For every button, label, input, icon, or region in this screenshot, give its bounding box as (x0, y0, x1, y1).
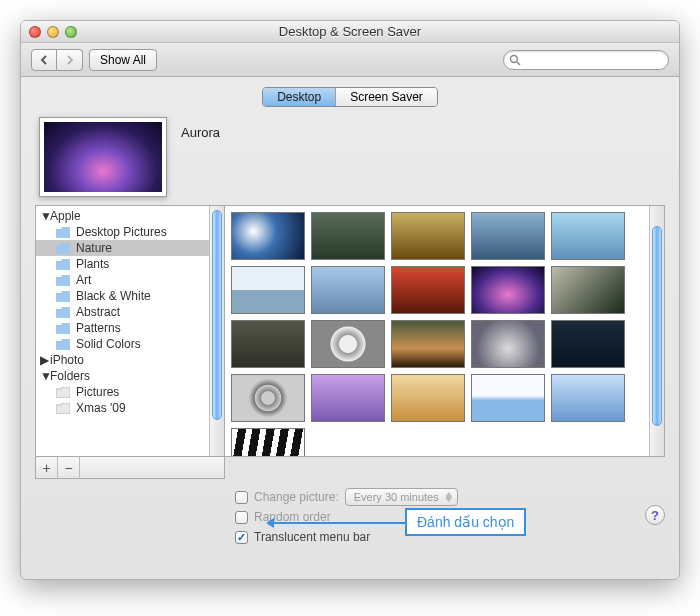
grid-scrollbar[interactable] (649, 206, 664, 456)
sidebar-item-label: Plants (76, 257, 109, 271)
folder-icon (56, 403, 70, 414)
wallpaper-thumb[interactable] (391, 320, 465, 368)
remove-folder-button[interactable]: − (58, 457, 80, 478)
tabbar: Desktop Screen Saver (35, 87, 665, 107)
sidebar-item-label: Patterns (76, 321, 121, 335)
titlebar: Desktop & Screen Saver (21, 21, 679, 43)
wallpaper-thumb[interactable] (231, 428, 305, 457)
sidebar-item-plants[interactable]: Plants (36, 256, 224, 272)
svg-point-0 (511, 55, 518, 62)
group-iphoto-label: iPhoto (50, 353, 84, 367)
sidebar-footer: + − (35, 457, 225, 479)
group-folders[interactable]: ▼ Folders (36, 368, 224, 384)
source-sidebar: ▼ Apple Desktop Pictures Nature Plants (35, 205, 225, 457)
group-iphoto[interactable]: ▶ iPhoto (36, 352, 224, 368)
wallpaper-thumb[interactable] (311, 266, 385, 314)
aurora-preview-image (44, 122, 162, 192)
sidebar-item-label: Xmas '09 (76, 401, 126, 415)
scroll-thumb[interactable] (212, 210, 222, 420)
interval-popup[interactable]: Every 30 minutes (345, 488, 458, 506)
sidebar-item-xmas[interactable]: Xmas '09 (36, 400, 224, 416)
forward-button[interactable] (57, 49, 83, 71)
change-picture-row: Change picture: Every 30 minutes (235, 487, 665, 507)
thumbnail-grid[interactable] (225, 206, 664, 457)
chevron-right-icon (65, 55, 75, 65)
folder-icon (56, 243, 70, 254)
sidebar-item-label: Black & White (76, 289, 151, 303)
sidebar-scrollbar[interactable] (209, 206, 224, 456)
wallpaper-thumb[interactable] (551, 374, 625, 422)
chevron-left-icon (39, 55, 49, 65)
wallpaper-thumb[interactable] (311, 374, 385, 422)
wallpaper-thumb[interactable] (391, 266, 465, 314)
folder-icon (56, 259, 70, 270)
sidebar-item-desktop-pictures[interactable]: Desktop Pictures (36, 224, 224, 240)
toolbar: Show All (21, 43, 679, 77)
folder-icon (56, 323, 70, 334)
wallpaper-thumb[interactable] (311, 212, 385, 260)
wallpaper-thumb[interactable] (231, 320, 305, 368)
help-button[interactable]: ? (645, 505, 665, 525)
wallpaper-thumb[interactable] (471, 320, 545, 368)
source-list[interactable]: ▼ Apple Desktop Pictures Nature Plants (36, 206, 224, 456)
desktop-preview (39, 117, 167, 197)
wallpaper-thumb[interactable] (471, 212, 545, 260)
sidebar-item-abstract[interactable]: Abstract (36, 304, 224, 320)
change-picture-label: Change picture: (254, 490, 339, 504)
sidebar-item-pictures[interactable]: Pictures (36, 384, 224, 400)
add-folder-button[interactable]: + (36, 457, 58, 478)
main-row: ▼ Apple Desktop Pictures Nature Plants (35, 205, 665, 457)
folder-icon (56, 339, 70, 350)
body: Desktop Screen Saver Aurora ▼ Apple (21, 77, 679, 561)
wallpaper-thumb[interactable] (471, 374, 545, 422)
wallpaper-thumb[interactable] (231, 266, 305, 314)
change-picture-checkbox[interactable] (235, 491, 248, 504)
wallpaper-name: Aurora (181, 125, 220, 140)
sidebar-item-label: Pictures (76, 385, 119, 399)
sidebar-item-label: Desktop Pictures (76, 225, 167, 239)
wallpaper-thumb[interactable] (551, 212, 625, 260)
wallpaper-thumb[interactable] (551, 320, 625, 368)
sidebar-item-patterns[interactable]: Patterns (36, 320, 224, 336)
wallpaper-thumb[interactable] (391, 212, 465, 260)
disclosure-right-icon: ▶ (40, 353, 50, 367)
sidebar-item-art[interactable]: Art (36, 272, 224, 288)
sidebar-item-label: Art (76, 273, 91, 287)
prefs-window: Desktop & Screen Saver Show All Desktop … (20, 20, 680, 580)
tab-desktop[interactable]: Desktop (263, 88, 336, 106)
back-button[interactable] (31, 49, 57, 71)
search-wrap (503, 50, 669, 70)
disclosure-down-icon: ▼ (40, 209, 50, 223)
thumbnail-grid-wrap (225, 205, 665, 457)
disclosure-down-icon: ▼ (40, 369, 50, 383)
wallpaper-thumb[interactable] (311, 320, 385, 368)
sidebar-item-solid[interactable]: Solid Colors (36, 336, 224, 352)
wallpaper-thumb[interactable] (231, 374, 305, 422)
search-input[interactable] (503, 50, 669, 70)
wallpaper-thumb[interactable] (551, 266, 625, 314)
wallpaper-thumb[interactable] (231, 212, 305, 260)
sidebar-item-label: Nature (76, 241, 112, 255)
tab-segment: Desktop Screen Saver (262, 87, 438, 107)
translucent-checkbox[interactable] (235, 531, 248, 544)
folder-icon (56, 291, 70, 302)
wallpaper-thumb[interactable] (471, 266, 545, 314)
sidebar-item-bw[interactable]: Black & White (36, 288, 224, 304)
show-all-button[interactable]: Show All (89, 49, 157, 71)
search-icon (509, 54, 521, 66)
group-folders-label: Folders (50, 369, 90, 383)
translucent-label: Translucent menu bar (254, 530, 370, 544)
folder-icon (56, 307, 70, 318)
scroll-thumb[interactable] (652, 226, 662, 426)
sidebar-item-nature[interactable]: Nature (36, 240, 224, 256)
group-apple[interactable]: ▼ Apple (36, 208, 224, 224)
wallpaper-thumb[interactable] (391, 374, 465, 422)
window-title: Desktop & Screen Saver (21, 24, 679, 39)
options-area: Change picture: Every 30 minutes Random … (35, 487, 665, 547)
sidebar-item-label: Abstract (76, 305, 120, 319)
folder-icon (56, 275, 70, 286)
sidebar-item-label: Solid Colors (76, 337, 141, 351)
tab-screensaver[interactable]: Screen Saver (336, 88, 437, 106)
nav-segment (31, 49, 83, 71)
group-apple-label: Apple (50, 209, 81, 223)
